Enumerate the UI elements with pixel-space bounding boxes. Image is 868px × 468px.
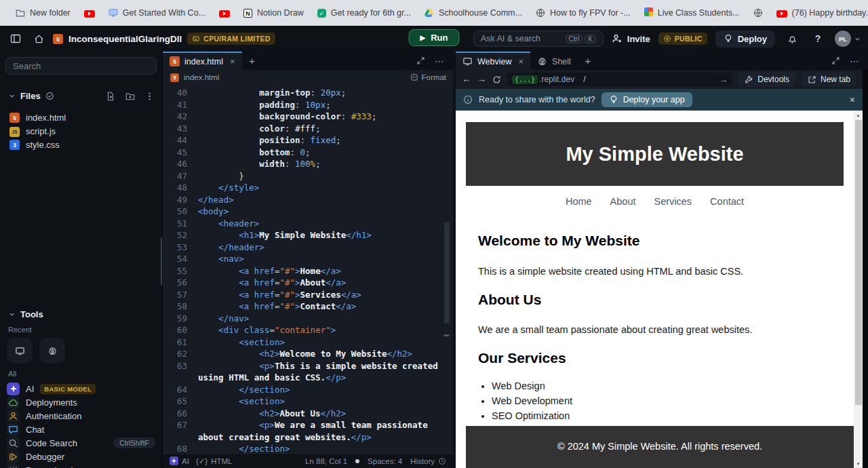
- notifications-button[interactable]: [783, 30, 801, 47]
- code-line: 51 <header>: [163, 218, 453, 230]
- new-tab-button[interactable]: +: [578, 52, 598, 70]
- tool-authentication[interactable]: Authentication: [5, 409, 157, 423]
- deploy-your-app-button[interactable]: Deploy your app: [601, 92, 692, 107]
- bookmark-item[interactable]: Get Started With Co...: [102, 5, 212, 20]
- tool-dependencies[interactable]: Dependencies: [5, 463, 157, 468]
- bookmark-item[interactable]: Schoolhouse Comm...: [418, 5, 528, 20]
- code-area[interactable]: 40 margin-top: 20px;41 padding: 10px;42 …: [163, 85, 453, 453]
- line-content: <a href="#">About</a>: [187, 277, 346, 289]
- site-heading-services: Our Services: [478, 350, 566, 366]
- line-content: </nav>: [187, 313, 249, 325]
- pane-menu-icon[interactable]: ⋯: [435, 56, 445, 66]
- deploy-button[interactable]: Deploy: [715, 31, 775, 47]
- expand-pane-icon[interactable]: [831, 56, 840, 65]
- url-input[interactable]: {...} .replit.dev / →: [507, 73, 732, 86]
- tool-code-search[interactable]: Code SearchCtrlShiftF: [5, 436, 157, 450]
- tool-label: Dependencies: [26, 465, 82, 468]
- bookmark-item[interactable]: [78, 5, 101, 20]
- public-badge[interactable]: PUBLIC: [658, 33, 707, 45]
- site-nav-link-about[interactable]: About: [610, 196, 636, 207]
- line-number: 42: [163, 111, 187, 123]
- home-button[interactable]: [30, 30, 47, 47]
- tool-label: Authentication: [26, 411, 81, 421]
- spaces-indicator[interactable]: Spaces: 4: [368, 457, 402, 465]
- tools-section-header[interactable]: Tools: [5, 309, 157, 319]
- file-row-script.js[interactable]: JSscript.js: [5, 124, 157, 138]
- tab-shell[interactable]: Shell: [530, 52, 578, 70]
- tab-index-html[interactable]: 5 index.html ×: [163, 52, 242, 70]
- line-content: position: fixed;: [187, 134, 341, 147]
- cpu-ram-limited-badge[interactable]: CPU/RAM LIMITED: [187, 33, 275, 45]
- webview-edge-gutter: [863, 70, 868, 468]
- ask-ai-search-input[interactable]: Ask AI & search CtrlK: [473, 31, 604, 47]
- line-content: bottom: 0;: [187, 147, 311, 159]
- recent-tool-webview[interactable]: [7, 338, 33, 364]
- site-nav-link-contact[interactable]: Contact: [710, 196, 744, 207]
- forward-button[interactable]: →: [477, 75, 487, 84]
- tool-ai[interactable]: AIBASIC MODEL: [5, 382, 157, 395]
- panel-resize-handle[interactable]: [161, 237, 162, 285]
- scroll-down-arrow[interactable]: ▼: [854, 459, 863, 468]
- bookmark-item[interactable]: (76) Happy birthday...: [770, 5, 868, 20]
- close-tab-icon[interactable]: ×: [230, 57, 235, 66]
- site-nav-link-home[interactable]: Home: [566, 196, 592, 207]
- pane-menu-icon[interactable]: ⋯: [850, 56, 860, 66]
- line-number: 47: [163, 170, 187, 182]
- file-row-index.html[interactable]: 5index.html: [5, 111, 157, 124]
- run-button[interactable]: ▶ Run: [409, 29, 460, 46]
- bookmark-item[interactable]: [213, 5, 236, 20]
- files-menu-button[interactable]: ⋮: [145, 91, 154, 101]
- close-banner-button[interactable]: ×: [850, 94, 855, 105]
- go-arrow-icon[interactable]: →: [719, 75, 728, 85]
- breadcrumb: index.html: [184, 73, 219, 81]
- editor-scrollbar-thumb[interactable]: [444, 222, 450, 324]
- editor-breadcrumb: 5 index.html Format: [163, 70, 453, 85]
- webview-scrollbar-thumb[interactable]: [855, 120, 862, 405]
- bookmark-item[interactable]: New folder: [9, 5, 77, 20]
- webview-tab-bar: Webview × Shell + ⋯: [456, 52, 868, 70]
- bookmark-item[interactable]: [747, 5, 769, 20]
- bookmark-label: Schoolhouse Comm...: [439, 8, 522, 18]
- new-tab-button[interactable]: +: [242, 52, 262, 70]
- chat-icon: [7, 423, 20, 436]
- sidebar-toggle-button[interactable]: [7, 30, 24, 47]
- new-file-button[interactable]: [106, 92, 115, 101]
- invite-button[interactable]: Invite: [612, 33, 650, 44]
- statusbar-ai[interactable]: AI: [170, 456, 189, 465]
- tool-debugger[interactable]: Debugger: [5, 450, 157, 463]
- person-icon: [7, 410, 20, 423]
- history-button[interactable]: History: [410, 457, 446, 465]
- scroll-up-arrow[interactable]: ▲: [854, 111, 863, 119]
- tab-webview[interactable]: Webview ×: [456, 52, 530, 70]
- unsaved-dot: [355, 459, 359, 463]
- statusbar-language[interactable]: {✓} HTML: [196, 456, 233, 466]
- recent-tool-shell[interactable]: [39, 338, 65, 364]
- devtools-button[interactable]: Devtools: [738, 72, 795, 87]
- bookmark-item[interactable]: ✓Get ready for 6th gr...: [311, 5, 417, 21]
- new-folder-button[interactable]: [125, 92, 135, 101]
- site-nav-link-services[interactable]: Services: [654, 196, 692, 207]
- close-tab-icon[interactable]: ×: [518, 57, 524, 66]
- back-button[interactable]: ←: [462, 75, 471, 84]
- account-menu[interactable]: PL: [835, 31, 861, 47]
- drive-icon: [425, 9, 434, 17]
- bookmark-item[interactable]: Live Class Students...: [638, 5, 746, 21]
- open-new-tab-button[interactable]: New tab: [802, 72, 856, 87]
- bookmark-item[interactable]: NNotion Draw: [237, 5, 310, 21]
- tool-deployments[interactable]: Deployments: [5, 395, 157, 409]
- format-button[interactable]: Format: [410, 73, 446, 81]
- expand-pane-icon[interactable]: [416, 56, 425, 65]
- cursor-position[interactable]: Ln 88, Col 1: [305, 457, 347, 465]
- sidebar-search-input[interactable]: Search: [5, 57, 157, 75]
- tool-chat[interactable]: Chat: [5, 423, 157, 436]
- site-paragraph: This is a simple website created using H…: [478, 266, 743, 277]
- project-title[interactable]: 5 InconsequentialGlaringDll: [53, 33, 182, 45]
- bookmark-item[interactable]: How to fly FPV for -...: [530, 5, 637, 20]
- file-row-style.css[interactable]: 3style.css: [5, 138, 157, 151]
- line-number: 65: [163, 395, 187, 408]
- help-button[interactable]: ?: [809, 30, 827, 47]
- webview-scrollbar[interactable]: ▲ ▼: [854, 111, 863, 468]
- line-content: using HTML and basic CSS.</p>: [187, 372, 346, 384]
- files-section-header[interactable]: Files ⋮: [5, 91, 157, 101]
- reload-button[interactable]: [492, 75, 501, 84]
